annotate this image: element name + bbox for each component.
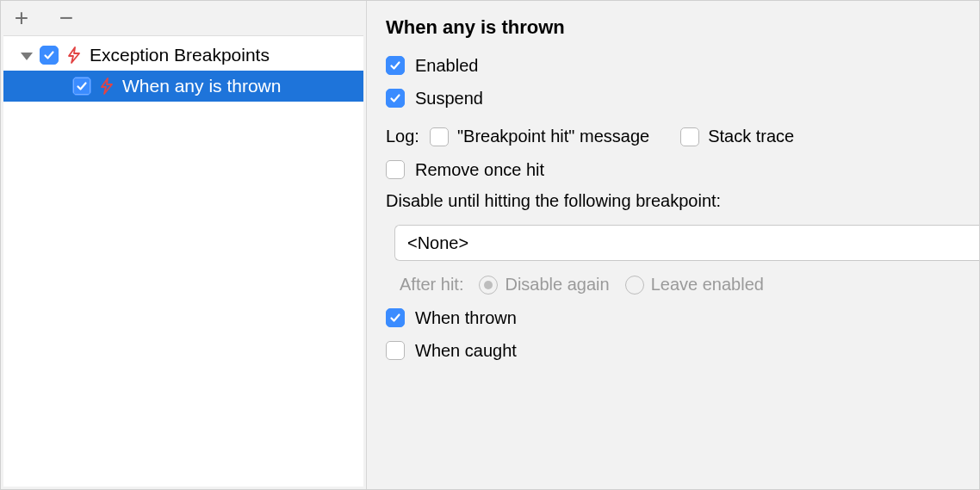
remove-breakpoint-button[interactable]: − — [56, 8, 77, 28]
log-label: Log: — [386, 127, 419, 146]
breakpoints-toolbar: + − — [1, 1, 366, 35]
enabled-checkbox[interactable] — [386, 56, 405, 75]
disable-until-dropdown[interactable]: <None> — [394, 225, 979, 261]
disable-until-value: <None> — [407, 233, 468, 253]
lightning-icon — [98, 78, 115, 95]
when-thrown-checkbox[interactable] — [386, 308, 405, 327]
log-stack-trace-checkbox[interactable] — [680, 127, 699, 146]
category-checkbox[interactable] — [40, 46, 59, 65]
suspend-label: Suspend — [415, 90, 483, 107]
chevron-down-icon[interactable] — [21, 53, 33, 60]
when-caught-row: When caught — [386, 341, 979, 360]
details-panel: When any is thrown Enabled Suspend Log: … — [367, 1, 979, 489]
remove-once-hit-row: Remove once hit — [386, 160, 979, 179]
tree-item-label: When any is thrown — [122, 76, 281, 96]
after-hit-leave-enabled-label: Leave enabled — [651, 275, 764, 295]
when-thrown-label: When thrown — [415, 309, 517, 326]
after-hit-row: After hit: Disable again Leave enabled — [386, 275, 979, 295]
enabled-row: Enabled — [386, 56, 979, 75]
suspend-checkbox[interactable] — [386, 89, 405, 108]
enabled-label: Enabled — [415, 57, 478, 74]
log-breakpoint-hit-label: "Breakpoint hit" message — [457, 127, 649, 146]
after-hit-label: After hit: — [400, 275, 463, 295]
breakpoints-dialog: + − Exception Breakpoints — [0, 0, 980, 490]
remove-once-hit-label: Remove once hit — [415, 161, 544, 178]
after-hit-disable-again-label: Disable again — [505, 275, 609, 295]
breakpoints-tree[interactable]: Exception Breakpoints When any is thrown — [3, 35, 363, 487]
tree-item-row[interactable]: When any is thrown — [3, 71, 363, 102]
left-panel: + − Exception Breakpoints — [1, 1, 367, 489]
log-stack-trace-label: Stack trace — [708, 127, 794, 146]
add-breakpoint-button[interactable]: + — [11, 8, 32, 28]
when-thrown-row: When thrown — [386, 308, 979, 327]
after-hit-leave-enabled-radio[interactable] — [625, 276, 644, 295]
tree-category-row[interactable]: Exception Breakpoints — [3, 40, 363, 71]
when-caught-checkbox[interactable] — [386, 341, 405, 360]
lightning-icon — [65, 47, 83, 64]
disable-until-label: Disable until hitting the following brea… — [386, 191, 979, 211]
suspend-row: Suspend — [386, 89, 979, 108]
details-title: When any is thrown — [386, 16, 979, 39]
log-row: Log: "Breakpoint hit" message Stack trac… — [386, 127, 979, 146]
item-checkbox[interactable] — [72, 77, 91, 96]
remove-once-hit-checkbox[interactable] — [386, 160, 405, 179]
tree-category-label: Exception Breakpoints — [90, 45, 270, 65]
after-hit-disable-again-radio[interactable] — [479, 276, 498, 295]
log-breakpoint-hit-checkbox[interactable] — [430, 127, 449, 146]
when-caught-label: When caught — [415, 342, 517, 359]
